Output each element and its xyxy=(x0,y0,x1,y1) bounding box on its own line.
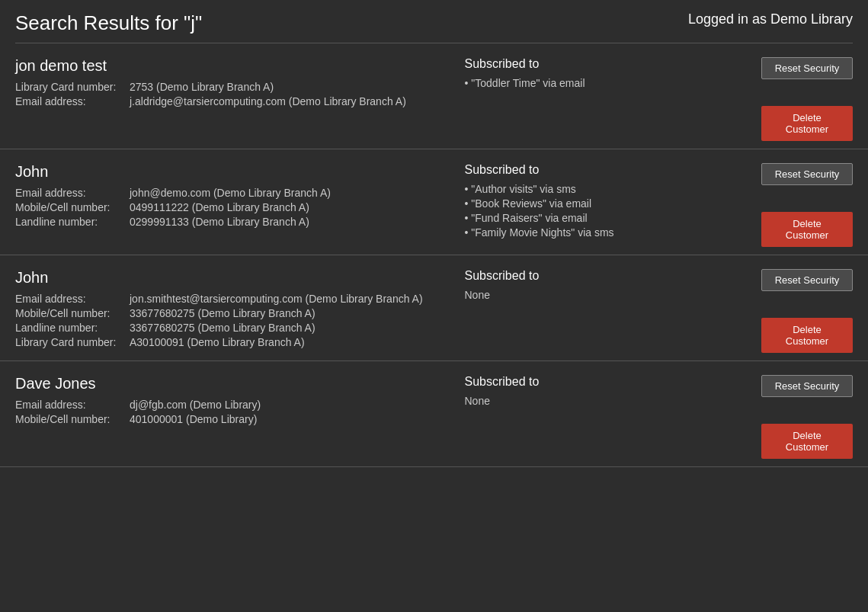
info-value-2-0: jon.smithtest@tarsiercomputing.com (Demo… xyxy=(130,293,423,305)
customer-actions-2: Reset SecurityDelete Customer xyxy=(761,269,853,353)
delete-customer-button-2[interactable]: Delete Customer xyxy=(761,318,853,353)
customer-row-2: JohnEmail address:jon.smithtest@tarsierc… xyxy=(15,269,853,353)
info-label-1-0: Email address: xyxy=(15,187,130,199)
customer-name-2: John xyxy=(15,269,427,287)
subscription-item-1-3: "Family Movie Nights" via sms xyxy=(465,226,724,239)
info-line-0-1: Email address:j.aldridge@tarsiercomputin… xyxy=(15,95,427,107)
subscription-item-1-0: "Author visits" via sms xyxy=(465,183,724,195)
subscription-none-3: None xyxy=(465,395,724,407)
delete-customer-button-1[interactable]: Delete Customer xyxy=(761,212,853,247)
customer-actions-0: Reset SecurityDelete Customer xyxy=(761,57,853,141)
customer-row-3: Dave JonesEmail address:dj@fgb.com (Demo… xyxy=(15,375,853,459)
subscriptions-2: Subscribed toNone xyxy=(465,269,724,301)
reset-security-button-3[interactable]: Reset Security xyxy=(761,375,853,397)
info-label-2-0: Email address: xyxy=(15,293,130,305)
page-header: Search Results for "j" Logged in as Demo… xyxy=(0,0,868,43)
page-title: Search Results for "j" xyxy=(15,11,202,35)
info-line-2-0: Email address:jon.smithtest@tarsiercompu… xyxy=(15,293,427,305)
info-value-1-0: john@demo.com (Demo Library Branch A) xyxy=(130,187,331,199)
info-line-2-1: Mobile/Cell number:33677680275 (Demo Lib… xyxy=(15,307,427,319)
customer-info-0: jon demo testLibrary Card number:2753 (D… xyxy=(15,57,427,110)
info-label-0-0: Library Card number: xyxy=(15,81,130,93)
info-label-2-3: Library Card number: xyxy=(15,336,130,348)
info-label-3-0: Email address: xyxy=(15,399,130,411)
info-label-3-1: Mobile/Cell number: xyxy=(15,413,130,425)
subscriptions-title-2: Subscribed to xyxy=(465,269,724,283)
info-label-1-2: Landline number: xyxy=(15,216,130,228)
info-label-0-1: Email address: xyxy=(15,95,130,107)
info-line-1-0: Email address:john@demo.com (Demo Librar… xyxy=(15,187,427,199)
reset-security-button-1[interactable]: Reset Security xyxy=(761,163,853,185)
subscriptions-title-0: Subscribed to xyxy=(465,57,724,71)
info-value-1-2: 0299991133 (Demo Library Branch A) xyxy=(130,216,309,228)
customer-row-1: JohnEmail address:john@demo.com (Demo Li… xyxy=(15,163,853,247)
customer-name-0: jon demo test xyxy=(15,57,427,75)
info-line-2-3: Library Card number:A30100091 (Demo Libr… xyxy=(15,336,427,348)
info-value-2-2: 33677680275 (Demo Library Branch A) xyxy=(130,322,315,334)
info-label-2-1: Mobile/Cell number: xyxy=(15,307,130,319)
subscription-none-2: None xyxy=(465,289,724,301)
info-value-3-0: dj@fgb.com (Demo Library) xyxy=(130,399,261,411)
info-value-1-1: 0499111222 (Demo Library Branch A) xyxy=(130,201,309,213)
info-line-3-0: Email address:dj@fgb.com (Demo Library) xyxy=(15,399,427,411)
customer-name-3: Dave Jones xyxy=(15,375,427,393)
customer-section-2: JohnEmail address:jon.smithtest@tarsierc… xyxy=(0,255,868,361)
customer-section-1: JohnEmail address:john@demo.com (Demo Li… xyxy=(0,149,868,255)
customer-actions-3: Reset SecurityDelete Customer xyxy=(761,375,853,459)
info-line-1-1: Mobile/Cell number:0499111222 (Demo Libr… xyxy=(15,201,427,213)
info-line-2-2: Landline number:33677680275 (Demo Librar… xyxy=(15,322,427,334)
subscription-item-1-2: "Fund Raisers" via email xyxy=(465,212,724,224)
info-label-1-1: Mobile/Cell number: xyxy=(15,201,130,213)
customer-info-3: Dave JonesEmail address:dj@fgb.com (Demo… xyxy=(15,375,427,428)
customer-section-3: Dave JonesEmail address:dj@fgb.com (Demo… xyxy=(0,361,868,467)
delete-customer-button-3[interactable]: Delete Customer xyxy=(761,424,853,459)
subscriptions-title-3: Subscribed to xyxy=(465,375,724,389)
reset-security-button-0[interactable]: Reset Security xyxy=(761,57,853,79)
customer-name-1: John xyxy=(15,163,427,181)
info-value-3-1: 401000001 (Demo Library) xyxy=(130,413,257,425)
info-value-2-1: 33677680275 (Demo Library Branch A) xyxy=(130,307,315,319)
customer-section-0: jon demo testLibrary Card number:2753 (D… xyxy=(0,43,868,149)
delete-customer-button-0[interactable]: Delete Customer xyxy=(761,106,853,141)
subscriptions-3: Subscribed toNone xyxy=(465,375,724,407)
subscriptions-1: Subscribed to"Author visits" via sms"Boo… xyxy=(465,163,724,241)
customer-actions-1: Reset SecurityDelete Customer xyxy=(761,163,853,247)
subscriptions-title-1: Subscribed to xyxy=(465,163,724,177)
subscription-item-1-1: "Book Reviews" via email xyxy=(465,197,724,210)
customers-list: jon demo testLibrary Card number:2753 (D… xyxy=(0,43,868,467)
info-line-3-1: Mobile/Cell number:401000001 (Demo Libra… xyxy=(15,413,427,425)
info-value-0-1: j.aldridge@tarsiercomputing.com (Demo Li… xyxy=(130,95,406,107)
customer-info-2: JohnEmail address:jon.smithtest@tarsierc… xyxy=(15,269,427,351)
customer-info-1: JohnEmail address:john@demo.com (Demo Li… xyxy=(15,163,427,230)
subscriptions-0: Subscribed to"Toddler Time" via email xyxy=(465,57,724,91)
info-value-0-0: 2753 (Demo Library Branch A) xyxy=(130,81,274,93)
logged-in-label: Logged in as Demo Library xyxy=(688,11,853,27)
info-line-1-2: Landline number:0299991133 (Demo Library… xyxy=(15,216,427,228)
customer-row-0: jon demo testLibrary Card number:2753 (D… xyxy=(15,57,853,141)
info-label-2-2: Landline number: xyxy=(15,322,130,334)
info-line-0-0: Library Card number:2753 (Demo Library B… xyxy=(15,81,427,93)
subscription-item-0-0: "Toddler Time" via email xyxy=(465,77,724,89)
info-value-2-3: A30100091 (Demo Library Branch A) xyxy=(130,336,305,348)
reset-security-button-2[interactable]: Reset Security xyxy=(761,269,853,291)
